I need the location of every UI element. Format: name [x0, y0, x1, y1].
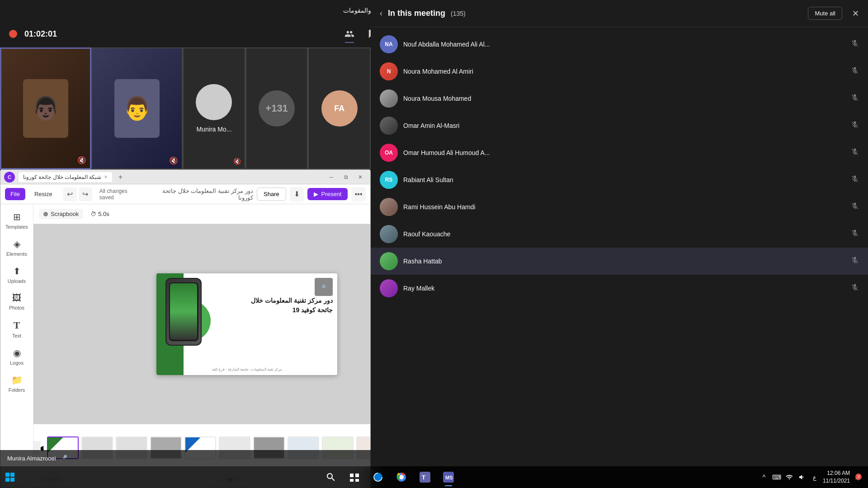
more-options-button[interactable]: ••• [351, 187, 366, 202]
resize-menu-button[interactable]: Resize [29, 188, 58, 200]
avatar-rs: RS [380, 171, 398, 189]
taskview-button[interactable] [344, 467, 364, 487]
mic-icon-nm [851, 66, 859, 76]
mute-all-button[interactable]: Mute all [808, 7, 842, 20]
system-clock[interactable]: 12:06 AM 11/11/2021 [823, 469, 850, 485]
phone-screen [169, 282, 198, 341]
taskbar: T MS ^ ⌨ ع 12:06 AM 11/11/2021 3 [0, 466, 868, 488]
teams-button[interactable]: T [415, 467, 435, 487]
canva-design-area: Scrapbook ⏱ 5.0s ⬆ ⧉ 🗑 [33, 204, 371, 488]
undo-button[interactable]: ↩ [63, 188, 77, 201]
canvas-area[interactable]: 🏛️ دور مركز تقنية المعلومات خلال جائحة ك… [33, 224, 371, 424]
taskbar-apps[interactable] [368, 467, 388, 487]
svg-point-4 [373, 473, 382, 482]
share-button[interactable]: Share [257, 188, 286, 201]
uploads-icon: ⬆ [13, 266, 21, 277]
canva-logo: C [4, 172, 15, 183]
mic-icon-rs [851, 175, 859, 185]
record-indicator [9, 30, 17, 38]
slide-title: دور مركز تقنية المعلومات خلال جائحة كوفي… [242, 296, 333, 315]
mic-icon-na [851, 39, 859, 49]
present-button[interactable]: ▶ Present [307, 188, 348, 200]
scrapbook-button[interactable]: Scrapbook [39, 209, 83, 219]
participants-panel: ‹ In this meeting (135) Mute all ✕ NA No… [371, 0, 868, 488]
mic-icon-rm [851, 283, 859, 293]
canva-close-button[interactable]: ✕ [354, 172, 367, 183]
logos-icon: ◉ [13, 347, 21, 358]
start-button[interactable] [0, 467, 20, 487]
participant-name-oa: Omar Amin Al-Masri [403, 122, 845, 129]
video-grid: 👨🏿 🔇 👨 🔇 Munira Mo... 🔇 +131 [0, 47, 371, 169]
canva-minimize-button[interactable]: ─ [325, 172, 338, 183]
canva-doc-title: دور مركز تقنية المعلومات خلال جائحة كورو… [147, 188, 254, 201]
volume-icon[interactable] [797, 473, 807, 482]
video-cell-fa: FA [308, 47, 371, 169]
sidebar-uploads[interactable]: ⬆ Uploads [0, 262, 33, 287]
avatar-na: NA [380, 35, 398, 53]
participants-list: NA Nouf Abdalla Mohamed Ali Al... N Nour… [371, 27, 868, 488]
download-button[interactable]: ⬇ [290, 187, 304, 202]
avatar-oh: OA [380, 144, 398, 162]
video-cell-2: 👨 🔇 [91, 47, 183, 169]
notifications-button[interactable]: 3 [854, 473, 863, 482]
chevron-up-icon[interactable]: ^ [760, 473, 769, 482]
participant-row-ra[interactable]: Rasha Hattab [371, 248, 868, 275]
overflow-avatar: +131 [259, 90, 295, 127]
avatar-nm: N [380, 62, 398, 80]
elements-icon: ◈ [14, 239, 20, 249]
participant-name-na: Nouf Abdalla Mohamed Ali Al... [403, 41, 845, 48]
canva-restore-button[interactable]: ⧉ [340, 172, 352, 183]
close-tab-button[interactable]: ✕ [104, 174, 108, 179]
keyboard-icon[interactable]: ⌨ [772, 473, 781, 482]
participant-row-rm[interactable]: Ray Mallek [371, 275, 868, 302]
search-taskbar-button[interactable] [321, 467, 341, 487]
participant-row-oa[interactable]: Omar Amin Al-Masri [371, 112, 868, 139]
video-cell-1: 👨🏿 🔇 [0, 47, 91, 169]
sidebar-text[interactable]: T Text [0, 316, 33, 342]
sidebar-elements[interactable]: ◈ Elements [0, 235, 33, 260]
video-cell-munira: Munira Mo... 🔇 [183, 47, 245, 169]
munira-avatar [196, 84, 232, 120]
participant-row-rh[interactable]: Rami Hussein Abu Hamdi [371, 193, 868, 221]
chrome-button[interactable] [392, 467, 411, 487]
participant-row-ro[interactable]: Raouf Kaouache [371, 221, 868, 248]
participant-row-oh[interactable]: OA Omar Humoud Ali Humoud A... [371, 139, 868, 166]
canva-tab[interactable]: شبكة المعلومات خلال جائحة كورونا ✕ [19, 172, 112, 182]
mic-icon-oa [851, 121, 859, 131]
people-button[interactable] [340, 24, 359, 44]
network-icon[interactable] [785, 473, 794, 482]
slide-footer: مركز تقنية المعلومات- جامعة الشارقة - فر… [161, 367, 333, 371]
participant-row-na[interactable]: NA Nouf Abdalla Mohamed Ali Al... [371, 31, 868, 58]
sidebar-logos[interactable]: ◉ Logos [0, 344, 33, 369]
participant-row-nm[interactable]: N Noura Mohamed Al Amiri [371, 58, 868, 85]
participant-row-rs[interactable]: RS Rabiant Ali Sultan [371, 166, 868, 193]
mic-off-icon-2: 🔇 [169, 156, 178, 165]
participant-row-nm2[interactable]: Noura Mousa Mohamed [371, 85, 868, 112]
sidebar-photos[interactable]: 🖼 Photos [0, 289, 33, 314]
mic-off-icon-1: 🔇 [77, 156, 86, 164]
slide-logo: 🏛️ [315, 278, 333, 296]
redo-button[interactable]: ↪ [79, 188, 92, 201]
video-area: 👨🏿 🔇 👨 🔇 Munira Mo... 🔇 +131 [0, 47, 371, 488]
slide-phone-image [165, 278, 202, 346]
participant-name-nm2: Noura Mousa Mohamed [403, 95, 845, 102]
canva-menubar: File Resize ↩ ↪ All changes saved دور مر… [0, 184, 370, 204]
add-tab-button[interactable]: + [116, 173, 125, 182]
meeting-timer: 01:02:01 [24, 29, 57, 39]
panel-back-button[interactable]: ‹ [380, 9, 382, 18]
panel-title: In this meeting [388, 9, 445, 18]
close-panel-button[interactable]: ✕ [852, 9, 859, 19]
sidebar-templates[interactable]: ⊞ Templates [0, 208, 33, 233]
arabic-input-icon[interactable]: ع [810, 473, 819, 482]
file-menu-button[interactable]: File [5, 188, 25, 200]
text-icon: T [14, 319, 20, 331]
sidebar-folders[interactable]: 📁 Folders [0, 371, 33, 396]
canva-titlebar: C شبكة المعلومات خلال جائحة كورونا ✕ + ─… [0, 170, 370, 184]
taskbar-right: ^ ⌨ ع 12:06 AM 11/11/2021 3 [760, 469, 868, 485]
participant-count: (135) [451, 10, 466, 17]
svg-rect-1 [10, 473, 14, 477]
presenter-label: Munira Almazrooei 🎤 [0, 450, 371, 466]
canva-right-actions: دور مركز تقنية المعلومات خلال جائحة كورو… [147, 187, 366, 202]
teams-active-button[interactable]: MS [439, 467, 458, 487]
avatar-rh [380, 198, 398, 216]
